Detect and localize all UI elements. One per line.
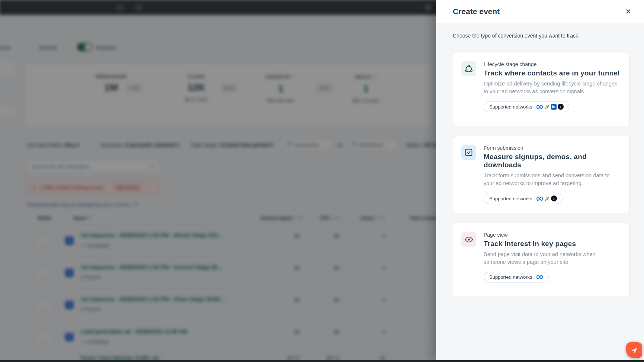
panel-subtitle: Choose the type of conversion event you … xyxy=(453,33,630,39)
card-content: Page view Track interest in key pages Se… xyxy=(484,232,618,288)
card-page-view[interactable]: Page view Track interest in key pages Se… xyxy=(453,223,630,297)
card-title: Track where contacts are in your funnel xyxy=(484,69,620,77)
card-description: Optimize ad delivery by sending lifecycl… xyxy=(484,80,618,96)
tiktok-icon: ♪ xyxy=(558,104,564,110)
panel-body: Choose the type of conversion event you … xyxy=(436,23,644,297)
supported-networks-badge: Supported networks in ♪ xyxy=(484,101,569,112)
card-title: Track interest in key pages xyxy=(484,240,618,248)
linkedin-icon: in xyxy=(551,104,557,110)
card-content: Lifecycle stage change Track where conta… xyxy=(484,61,620,117)
lifecycle-icon xyxy=(461,61,476,76)
eye-icon xyxy=(461,232,476,247)
network-icons xyxy=(536,275,543,279)
card-description: Send page visit data to your ad networks… xyxy=(484,251,618,266)
event-type-cards: Lifecycle stage change Track where conta… xyxy=(453,52,630,297)
network-icons: in ♪ xyxy=(536,104,564,110)
meta-icon xyxy=(536,104,543,109)
card-label: Page view xyxy=(484,232,618,238)
create-event-panel: Create event ✕ Choose the type of conver… xyxy=(436,0,644,362)
form-checkbox-icon xyxy=(461,145,476,160)
tiktok-icon: ♪ xyxy=(551,195,557,201)
panel-header: Create event ✕ xyxy=(436,0,644,23)
card-description: Track form submissions and send conversi… xyxy=(484,172,618,187)
card-form-submission[interactable]: Form submission Measure signups, demos, … xyxy=(453,136,630,213)
close-icon[interactable]: ✕ xyxy=(624,6,633,17)
meta-icon xyxy=(536,196,543,201)
card-title: Measure signups, demos, and downloads xyxy=(484,153,621,169)
google-ads-icon xyxy=(544,196,550,201)
supported-networks-badge: Supported networks ♪ xyxy=(484,193,563,204)
card-label: Form submission xyxy=(484,145,621,151)
card-label: Lifecycle stage change xyxy=(484,61,620,67)
network-icons: ♪ xyxy=(536,195,557,201)
card-content: Form submission Measure signups, demos, … xyxy=(484,145,621,204)
meta-icon xyxy=(536,275,543,279)
panel-title: Create event xyxy=(453,7,500,16)
screen-bottom-edge xyxy=(0,360,644,362)
supported-networks-badge: Supported networks xyxy=(484,272,549,282)
card-lifecycle-stage-change[interactable]: Lifecycle stage change Track where conta… xyxy=(453,52,630,126)
google-ads-icon xyxy=(544,104,550,110)
help-widget-button[interactable] xyxy=(626,342,642,358)
send-icon xyxy=(631,347,638,354)
